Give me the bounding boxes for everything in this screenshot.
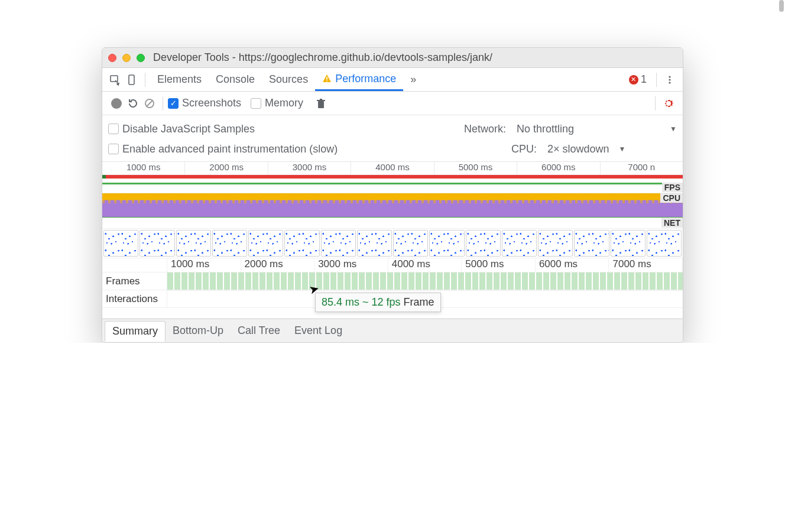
tabs-overflow-button[interactable]: » — [403, 68, 423, 91]
screenshot-thumb[interactable] — [502, 230, 537, 257]
svg-rect-10 — [318, 101, 324, 108]
tab-bottom-up[interactable]: Bottom-Up — [166, 321, 231, 340]
ruler-tick: 4000 ms — [388, 258, 462, 272]
screenshot-thumb[interactable] — [429, 230, 464, 257]
overview-pane[interactable]: FPS CPU NET — [102, 175, 683, 229]
svg-point-7 — [669, 82, 670, 83]
tab-summary[interactable]: Summary — [105, 321, 166, 342]
memory-label: Memory — [265, 97, 303, 109]
screenshot-thumb[interactable] — [538, 230, 573, 257]
svg-rect-0 — [111, 76, 118, 82]
ruler-tick: 3000 ms — [268, 162, 351, 174]
frames-track-body[interactable]: ➤ 85.4 ms ~ 12 fps Frame — [167, 273, 683, 290]
network-throttling-select[interactable]: Network: No throttling ▼ — [464, 123, 677, 135]
screenshot-thumb[interactable] — [284, 230, 319, 257]
frames-track-label: Frames — [102, 273, 167, 290]
fps-lane-label: FPS — [662, 183, 683, 192]
capture-settings-icon[interactable] — [660, 95, 677, 112]
traffic-lights — [108, 54, 145, 62]
ruler-tick: 5000 ms — [462, 258, 536, 272]
svg-rect-3 — [326, 77, 327, 80]
checkbox-icon — [168, 98, 179, 109]
svg-rect-12 — [320, 99, 322, 100]
tab-call-tree[interactable]: Call Tree — [231, 321, 287, 340]
flamechart-ruler[interactable]: 1000 ms 2000 ms 3000 ms 4000 ms 5000 ms … — [102, 258, 683, 273]
checkbox-icon — [108, 144, 119, 154]
cpu-value: 2× slowdown — [547, 143, 609, 155]
screenshots-label: Screenshots — [182, 97, 241, 109]
svg-point-5 — [669, 76, 670, 77]
screenshot-thumb[interactable] — [611, 230, 645, 257]
tab-console[interactable]: Console — [209, 68, 262, 91]
screenshot-thumb[interactable] — [140, 230, 174, 257]
reload-button[interactable] — [125, 95, 141, 112]
net-lane: NET — [102, 218, 683, 229]
disable-js-samples-checkbox[interactable]: Disable JavaScript Samples — [108, 123, 255, 135]
ruler-tick: 1000 ms — [167, 258, 241, 272]
error-count-badge[interactable]: ✕ 1 — [629, 73, 647, 86]
screenshot-thumb[interactable] — [176, 230, 211, 257]
panel-tabbar: Elements Console Sources Performance » ✕… — [102, 68, 683, 92]
svg-rect-1 — [129, 75, 134, 85]
screenshot-thumb[interactable] — [574, 230, 609, 257]
divider — [655, 96, 656, 111]
ruler-tick: 7000 ms — [609, 258, 683, 272]
performance-toolbar: Screenshots Memory — [102, 92, 683, 115]
tab-elements[interactable]: Elements — [150, 68, 209, 91]
screenshot-thumb[interactable] — [212, 230, 247, 257]
tab-event-log[interactable]: Event Log — [287, 321, 349, 340]
minimize-window-button[interactable] — [122, 54, 131, 62]
long-task-bar — [102, 175, 683, 179]
ruler-tick: 2000 ms — [241, 258, 315, 272]
tab-performance[interactable]: Performance — [315, 68, 403, 91]
error-count: 1 — [641, 73, 647, 86]
tab-performance-label: Performance — [335, 73, 396, 85]
screenshot-thumb[interactable] — [321, 230, 356, 257]
tooltip-timing: 85.4 ms ~ 12 fps — [322, 296, 401, 308]
clear-button[interactable] — [141, 95, 158, 112]
screenshots-checkbox[interactable]: Screenshots — [168, 97, 241, 109]
titlebar: Developer Tools - https://googlechrome.g… — [102, 48, 683, 68]
garbage-collect-icon[interactable] — [313, 95, 329, 112]
divider — [656, 73, 657, 87]
memory-checkbox[interactable]: Memory — [251, 97, 303, 109]
zoom-window-button[interactable] — [137, 54, 145, 62]
chevron-down-icon: ▼ — [619, 145, 626, 153]
svg-line-9 — [147, 100, 153, 106]
ruler-tick: 6000 ms — [517, 162, 599, 174]
window-title: Developer Tools - https://googlechrome.g… — [153, 51, 492, 64]
frame-tooltip: 85.4 ms ~ 12 fps Frame — [315, 293, 441, 312]
svg-rect-4 — [326, 80, 327, 82]
divider — [163, 96, 163, 111]
screenshot-thumb[interactable] — [466, 230, 501, 257]
inspect-element-icon[interactable] — [107, 72, 124, 88]
checkbox-icon — [108, 124, 119, 134]
screenshot-thumb[interactable] — [357, 230, 392, 257]
overview-ruler[interactable]: 1000 ms 2000 ms 3000 ms 4000 ms 5000 ms … — [102, 162, 683, 175]
cpu-throttling-select[interactable]: CPU: 2× slowdown ▼ — [511, 143, 677, 155]
screenshot-thumb[interactable] — [647, 230, 682, 257]
device-toolbar-icon[interactable] — [124, 72, 140, 88]
details-tabbar: Summary Bottom-Up Call Tree Event Log — [102, 319, 683, 342]
paint-instrumentation-label: Enable advanced paint instrumentation (s… — [122, 143, 338, 155]
warning-icon — [322, 74, 332, 83]
net-lane-label: NET — [661, 218, 683, 228]
screenshot-thumb[interactable] — [248, 230, 283, 257]
tab-sources[interactable]: Sources — [262, 68, 315, 91]
devtools-window: Developer Tools - https://googlechrome.g… — [102, 47, 683, 343]
svg-rect-11 — [317, 100, 325, 101]
interactions-track-label: Interactions — [102, 290, 167, 307]
screenshot-thumb[interactable] — [393, 230, 428, 257]
close-window-button[interactable] — [108, 54, 116, 62]
screenshot-thumb[interactable] — [103, 230, 138, 257]
chevron-down-icon: ▼ — [670, 125, 677, 133]
frames-track[interactable]: Frames ➤ 85.4 ms ~ 12 fps Frame — [102, 273, 683, 290]
capture-settings-panel: Disable JavaScript Samples Network: No t… — [102, 115, 683, 162]
kebab-menu-icon[interactable] — [661, 72, 678, 88]
record-button[interactable] — [108, 95, 125, 112]
paint-instrumentation-checkbox[interactable]: Enable advanced paint instrumentation (s… — [108, 143, 338, 155]
network-value: No throttling — [517, 123, 574, 135]
divider — [145, 73, 145, 87]
screenshot-filmstrip[interactable] — [102, 229, 683, 258]
cpu-label: CPU: — [511, 143, 537, 155]
